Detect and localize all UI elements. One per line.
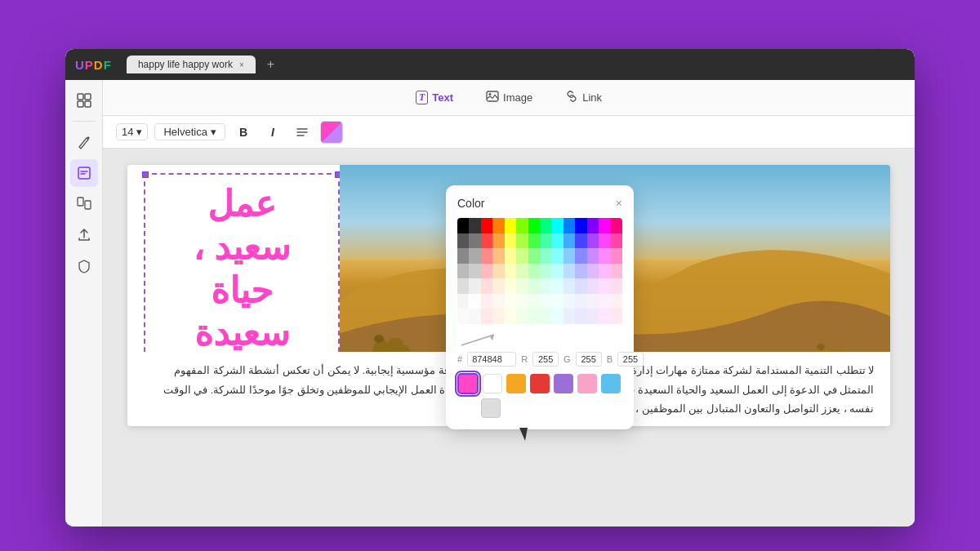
sidebar-btn-annotate[interactable] [70, 128, 98, 156]
color-cell[interactable] [469, 278, 480, 294]
bold-btn[interactable]: B [232, 121, 255, 144]
color-cell[interactable] [540, 264, 551, 279]
color-cell[interactable] [540, 309, 551, 324]
align-btn[interactable] [291, 121, 314, 144]
color-cell[interactable] [564, 264, 575, 279]
color-cell[interactable] [469, 264, 480, 279]
color-cell[interactable] [481, 233, 492, 249]
italic-btn[interactable]: I [261, 121, 284, 144]
tab-close-btn[interactable]: × [239, 60, 244, 69]
preset-swatch-7[interactable] [601, 374, 621, 393]
color-cell[interactable] [611, 248, 622, 264]
document-tab[interactable]: happy life happy work × [127, 56, 256, 73]
color-cell[interactable] [611, 309, 622, 324]
sidebar-btn-edit[interactable] [70, 159, 98, 187]
color-cell[interactable] [528, 264, 540, 279]
color-cell[interactable] [587, 294, 599, 309]
color-cell[interactable] [575, 309, 586, 324]
color-cell[interactable] [611, 218, 622, 233]
color-cell[interactable] [505, 309, 516, 324]
color-cell[interactable] [587, 233, 599, 249]
color-cell[interactable] [505, 264, 516, 279]
color-cell[interactable] [587, 309, 599, 324]
color-cell[interactable] [599, 248, 610, 264]
color-cell[interactable] [599, 294, 610, 309]
color-cell[interactable] [599, 309, 610, 324]
color-cell[interactable] [587, 248, 599, 264]
color-cell[interactable] [457, 248, 469, 264]
sidebar-btn-thumbnails[interactable] [70, 87, 98, 114]
color-cell[interactable] [492, 278, 504, 294]
color-cell[interactable] [516, 218, 528, 233]
color-cell[interactable] [551, 248, 563, 264]
color-cell[interactable] [457, 294, 469, 309]
color-cell[interactable] [492, 309, 504, 324]
color-cell[interactable] [564, 294, 575, 309]
color-cell[interactable] [505, 294, 516, 309]
r-input[interactable] [532, 352, 559, 367]
text-color-swatch[interactable] [320, 121, 343, 144]
color-cell[interactable] [516, 309, 528, 324]
color-cell[interactable] [469, 309, 480, 324]
color-cell[interactable] [481, 278, 492, 294]
preset-swatch-4[interactable] [530, 374, 550, 393]
color-cell[interactable] [492, 248, 504, 264]
color-cell[interactable] [457, 264, 469, 279]
color-cell[interactable] [457, 278, 469, 294]
color-cell[interactable] [575, 278, 586, 294]
preset-swatch-3[interactable] [506, 374, 526, 393]
color-cell[interactable] [564, 309, 575, 324]
color-cell[interactable] [611, 294, 622, 309]
color-cell[interactable] [575, 218, 586, 233]
sidebar-btn-protect[interactable] [70, 252, 98, 280]
color-cell[interactable] [587, 264, 599, 279]
color-cell[interactable] [457, 309, 469, 324]
color-cell[interactable] [575, 294, 586, 309]
mode-link-btn[interactable]: Link [559, 87, 608, 109]
color-cell[interactable] [575, 264, 586, 279]
color-picker-close-btn[interactable]: × [616, 197, 622, 210]
color-cell[interactable] [599, 278, 610, 294]
b-input[interactable] [617, 352, 644, 367]
color-cell[interactable] [587, 218, 599, 233]
color-cell[interactable] [599, 264, 610, 279]
color-cell[interactable] [516, 294, 528, 309]
color-cell[interactable] [564, 248, 575, 264]
color-cell[interactable] [599, 233, 610, 249]
color-cell[interactable] [492, 218, 504, 233]
preset-swatch-8[interactable] [481, 398, 501, 418]
color-cell[interactable] [564, 278, 575, 294]
color-cell[interactable] [564, 218, 575, 233]
color-cell[interactable] [457, 218, 469, 233]
color-cell[interactable] [551, 233, 563, 249]
color-cell[interactable] [540, 278, 551, 294]
color-cell[interactable] [599, 218, 610, 233]
color-cell[interactable] [540, 218, 551, 233]
color-cell[interactable] [551, 218, 563, 233]
color-cell[interactable] [611, 233, 622, 249]
color-cell[interactable] [575, 248, 586, 264]
color-cell[interactable] [469, 233, 480, 249]
color-cell[interactable] [540, 233, 551, 249]
color-cell[interactable] [481, 294, 492, 309]
handle-tl[interactable] [142, 171, 149, 178]
color-cell[interactable] [457, 233, 469, 249]
color-cell[interactable] [551, 294, 563, 309]
color-cell[interactable] [516, 264, 528, 279]
color-cell[interactable] [516, 248, 528, 264]
color-cell[interactable] [505, 218, 516, 233]
g-input[interactable] [576, 352, 602, 367]
color-cell[interactable] [540, 294, 551, 309]
color-cell[interactable] [611, 264, 622, 279]
color-cell[interactable] [469, 248, 480, 264]
color-cell[interactable] [469, 218, 480, 233]
color-cell[interactable] [587, 278, 599, 294]
color-cell[interactable] [481, 264, 492, 279]
font-name-dropdown[interactable]: Helvetica ▾ [154, 123, 225, 140]
color-cell[interactable] [516, 233, 528, 249]
color-cell[interactable] [528, 218, 540, 233]
font-size-dropdown[interactable]: 14 ▾ [116, 123, 148, 140]
color-cell[interactable] [492, 264, 504, 279]
color-cell[interactable] [469, 294, 480, 309]
color-cell[interactable] [575, 233, 586, 249]
